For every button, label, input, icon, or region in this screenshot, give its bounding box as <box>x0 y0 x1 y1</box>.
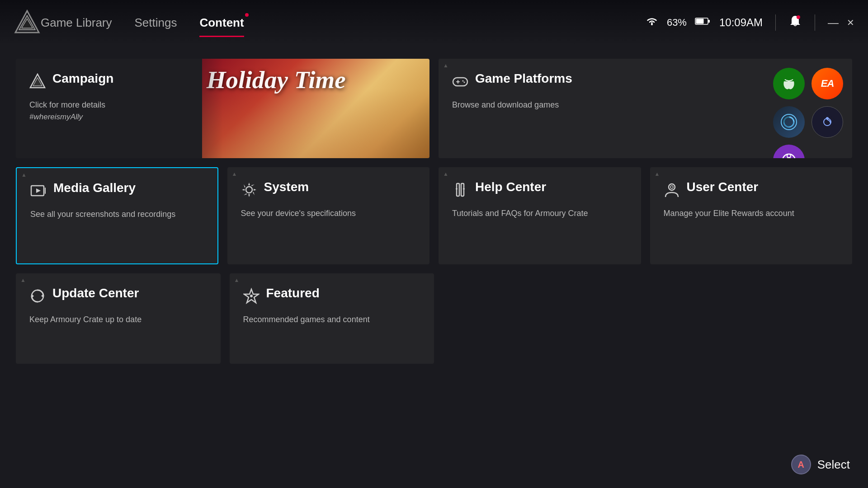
featured-desc: Recommended games and content <box>243 314 421 325</box>
gog-platform-icon[interactable] <box>773 145 805 158</box>
campaign-desc: Click for more details <box>29 99 416 111</box>
svg-point-22 <box>787 154 791 158</box>
user-center-icon <box>664 182 680 198</box>
campaign-content: Campaign Click for more details #whereis… <box>29 71 416 122</box>
svg-rect-28 <box>461 183 464 196</box>
svg-point-26 <box>246 187 252 193</box>
header-divider <box>775 14 776 31</box>
header-status: 63% 10:09AM — ✕ <box>645 14 854 31</box>
main-nav: Game Library Settings Content <box>41 11 267 34</box>
battery-icon <box>695 17 711 28</box>
header-divider2 <box>815 14 815 31</box>
update-center-desc: Keep Armoury Crate up to date <box>29 314 207 325</box>
user-center-card[interactable]: User Center Manage your Elite Rewards ac… <box>650 167 853 264</box>
platforms-desc: Browse and download games <box>452 99 839 111</box>
platforms-header: Game Platforms <box>452 71 839 91</box>
media-gallery-icon <box>30 183 47 199</box>
select-key-circle: A <box>791 455 811 474</box>
select-label: Select <box>817 458 850 472</box>
system-card[interactable]: System See your device's specifications <box>227 167 430 264</box>
gamepad-icon <box>452 73 468 89</box>
active-dot <box>245 13 249 17</box>
svg-rect-5 <box>708 20 710 23</box>
mid-row: Media Gallery See all your screenshots a… <box>16 167 852 264</box>
top-row: Holiday Time Campaign Click for more det… <box>16 59 852 158</box>
svg-point-7 <box>797 15 800 19</box>
gear-icon <box>241 182 257 198</box>
nav-content[interactable]: Content <box>199 11 244 34</box>
update-center-title: Update Center <box>52 286 139 300</box>
empty-space <box>443 273 852 364</box>
close-button[interactable]: ✕ <box>847 17 854 28</box>
svg-point-3 <box>651 23 653 25</box>
platforms-title: Game Platforms <box>475 71 572 86</box>
user-center-title: User Center <box>687 180 759 194</box>
system-time: 10:09AM <box>719 16 763 29</box>
platforms-content: Game Platforms Browse and download games <box>452 71 839 145</box>
update-center-header: Update Center <box>29 286 207 306</box>
media-gallery-card[interactable]: Media Gallery See all your screenshots a… <box>16 167 218 264</box>
game-platforms-card[interactable]: Game Platforms Browse and download games… <box>439 59 852 158</box>
notification-icon[interactable] <box>788 14 802 31</box>
svg-marker-35 <box>32 294 34 298</box>
update-center-card[interactable]: Update Center Keep Armoury Crate up to d… <box>16 273 221 364</box>
rog-logo-icon <box>14 9 41 36</box>
media-gallery-desc: See all your screenshots and recordings <box>30 209 204 220</box>
svg-point-31 <box>669 184 675 190</box>
svg-rect-10 <box>453 78 467 86</box>
svg-rect-25 <box>45 188 46 194</box>
header: Game Library Settings Content 63% <box>0 0 868 45</box>
featured-icon <box>243 288 259 304</box>
user-center-desc: Manage your Elite Rewards account <box>664 208 839 219</box>
wifi-icon <box>645 16 659 29</box>
help-center-title: Help Center <box>475 180 546 194</box>
minimize-button[interactable]: — <box>828 16 839 29</box>
user-center-header: User Center <box>664 180 839 200</box>
system-desc: See your device's specifications <box>241 208 416 219</box>
update-icon <box>29 288 46 304</box>
featured-title: Featured <box>266 286 320 300</box>
rog-campaign-icon <box>29 73 46 89</box>
campaign-title: Campaign <box>52 71 113 86</box>
system-title: System <box>264 180 309 194</box>
campaign-tag: #whereismyAlly <box>29 113 416 122</box>
help-center-header: Help Center <box>452 180 627 200</box>
featured-header: Featured <box>243 286 421 306</box>
campaign-card[interactable]: Holiday Time Campaign Click for more det… <box>16 59 429 158</box>
svg-point-13 <box>462 80 464 82</box>
help-center-card[interactable]: Help Center Tutorials and FAQs for Armou… <box>439 167 641 264</box>
main-content: Holiday Time Campaign Click for more det… <box>0 45 868 377</box>
svg-marker-34 <box>41 294 43 298</box>
svg-point-32 <box>670 186 673 188</box>
svg-rect-27 <box>457 183 459 196</box>
media-gallery-title: Media Gallery <box>53 181 136 195</box>
bot-row: Update Center Keep Armoury Crate up to d… <box>16 273 852 364</box>
system-header: System <box>241 180 416 200</box>
media-gallery-header: Media Gallery <box>30 181 204 201</box>
svg-marker-24 <box>36 188 41 193</box>
nav-game-library[interactable]: Game Library <box>41 11 112 34</box>
svg-point-37 <box>250 295 253 297</box>
tools-icon <box>452 182 468 198</box>
help-center-desc: Tutorials and FAQs for Armoury Crate <box>452 208 627 219</box>
select-button-area: A Select <box>791 455 850 474</box>
svg-point-14 <box>464 82 465 83</box>
campaign-header: Campaign <box>29 71 416 91</box>
battery-percentage: 63% <box>667 17 687 28</box>
svg-rect-6 <box>696 19 703 24</box>
featured-card[interactable]: Featured Recommended games and content <box>230 273 434 364</box>
nav-settings[interactable]: Settings <box>135 11 177 34</box>
